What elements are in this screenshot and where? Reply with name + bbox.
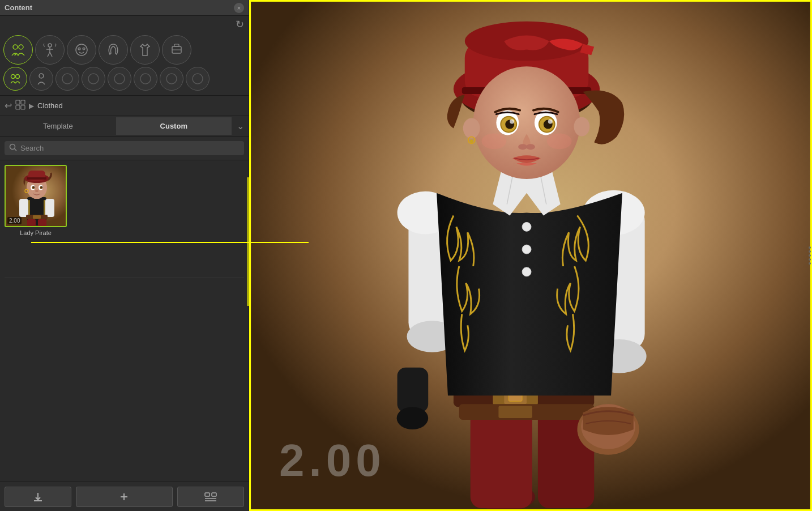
- svg-point-8: [76, 44, 87, 56]
- left-panel: Content × ↻: [0, 0, 249, 511]
- svg-rect-28: [21, 105, 25, 109]
- circle5-btn[interactable]: [160, 67, 183, 91]
- list-item[interactable]: 2.00 Lady Pirate: [5, 165, 67, 273]
- person2-icon-btn[interactable]: [29, 67, 53, 91]
- tab-custom[interactable]: Custom: [116, 117, 232, 135]
- svg-point-16: [11, 75, 15, 79]
- svg-rect-36: [45, 199, 54, 217]
- search-icon: [9, 143, 17, 153]
- drag-dot: [809, 254, 811, 257]
- people-icon-btn[interactable]: [3, 35, 33, 65]
- icon-toolbar: [0, 31, 249, 96]
- circle4-btn[interactable]: [134, 67, 157, 91]
- drag-handle[interactable]: [807, 244, 812, 267]
- character2-icon-btn[interactable]: [3, 67, 27, 91]
- svg-point-0: [13, 45, 18, 49]
- svg-point-29: [10, 144, 15, 150]
- svg-point-75: [397, 407, 429, 429]
- svg-rect-38: [33, 215, 41, 219]
- svg-point-105: [547, 133, 572, 149]
- svg-line-7: [50, 52, 52, 57]
- svg-point-98: [510, 120, 514, 124]
- svg-point-108: [470, 139, 473, 143]
- svg-rect-25: [16, 100, 20, 104]
- download-button[interactable]: [5, 487, 71, 507]
- svg-point-18: [39, 74, 44, 78]
- svg-rect-74: [398, 368, 429, 412]
- svg-point-11: [79, 48, 80, 49]
- svg-rect-59: [212, 493, 216, 496]
- pose-icon-btn[interactable]: [35, 35, 65, 65]
- drag-dot: [809, 262, 811, 265]
- svg-point-49: [35, 190, 39, 192]
- bottom-toolbar: [0, 482, 249, 511]
- options-button[interactable]: [177, 487, 244, 507]
- viewport-background: 2.00: [251, 2, 810, 509]
- svg-point-106: [463, 118, 480, 139]
- refresh-row: ↻: [0, 16, 249, 31]
- panel-title: Content: [5, 3, 32, 12]
- category-icon-row: [3, 35, 245, 65]
- hair-icon-btn[interactable]: [99, 35, 128, 65]
- drag-dot: [809, 250, 811, 253]
- svg-point-83: [522, 245, 531, 254]
- breadcrumb-arrow: ▶: [29, 102, 34, 110]
- svg-point-20: [88, 74, 99, 84]
- accessories-icon-btn[interactable]: [162, 35, 191, 65]
- drag-dot: [809, 258, 811, 261]
- svg-rect-27: [16, 105, 20, 109]
- svg-point-47: [33, 186, 35, 188]
- svg-rect-26: [21, 100, 25, 104]
- svg-point-19: [62, 74, 72, 84]
- svg-line-30: [15, 149, 17, 151]
- refresh-button[interactable]: ↻: [236, 18, 244, 31]
- search-input-wrap: [5, 141, 244, 155]
- svg-rect-15: [174, 44, 179, 46]
- item-thumbnail: 2.00: [5, 165, 67, 227]
- clothes-icon-btn[interactable]: [130, 35, 160, 65]
- back-button[interactable]: ↩: [5, 100, 12, 111]
- search-bar: [0, 137, 249, 160]
- svg-point-12: [83, 48, 84, 49]
- svg-point-21: [114, 74, 125, 84]
- svg-point-84: [522, 267, 531, 276]
- tab-template[interactable]: Template: [0, 117, 116, 135]
- breadcrumb-nav-icon: [15, 100, 25, 112]
- version-badge: 2.00: [7, 217, 22, 224]
- search-input[interactable]: [20, 144, 240, 152]
- subcategory-icon-row: [3, 67, 245, 91]
- svg-point-24: [193, 74, 203, 84]
- svg-rect-58: [205, 493, 210, 496]
- breadcrumb-bar: ↩ ▶ Clothed: [0, 96, 249, 116]
- svg-line-6: [48, 52, 50, 57]
- svg-point-82: [522, 222, 531, 231]
- add-button[interactable]: [76, 487, 172, 507]
- viewport-panel: 2.00: [249, 0, 812, 511]
- svg-point-23: [166, 74, 177, 84]
- item-label: Lady Pirate: [20, 229, 52, 236]
- svg-point-99: [548, 120, 553, 124]
- viewport-version: 2.00: [279, 435, 386, 487]
- circle1-btn[interactable]: [55, 67, 79, 91]
- circle2-btn[interactable]: [82, 67, 105, 91]
- svg-point-46: [40, 186, 43, 189]
- breadcrumb-label: Clothed: [37, 101, 63, 110]
- circle3-btn[interactable]: [108, 67, 131, 91]
- tabs-area: Template Custom ⌄: [0, 116, 249, 137]
- title-bar: Content ×: [0, 0, 249, 16]
- svg-rect-39: [27, 219, 36, 227]
- face-icon-btn[interactable]: [67, 35, 96, 65]
- tab-menu-button[interactable]: ⌄: [232, 116, 249, 136]
- svg-point-104: [482, 133, 507, 149]
- content-grid: 2.00 Lady Pirate: [0, 160, 249, 482]
- svg-point-1: [19, 45, 23, 49]
- close-button[interactable]: ×: [234, 3, 244, 13]
- svg-rect-52: [27, 177, 46, 180]
- svg-rect-35: [19, 199, 28, 217]
- svg-point-22: [140, 74, 151, 84]
- svg-rect-71: [498, 406, 532, 418]
- svg-rect-40: [38, 219, 46, 227]
- grid-items-area: 2.00 Lady Pirate: [5, 165, 244, 278]
- drag-dot: [809, 246, 811, 249]
- circle6-btn[interactable]: [186, 67, 210, 91]
